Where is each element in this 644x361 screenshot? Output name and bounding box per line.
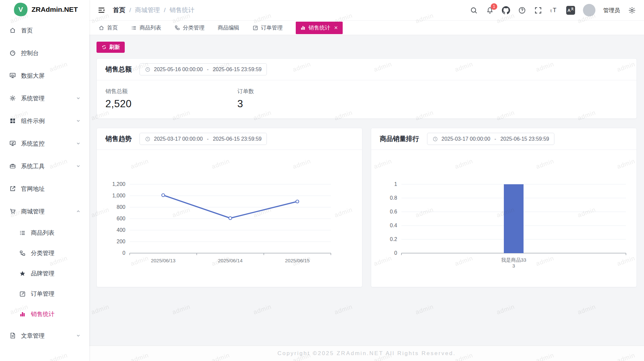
ranking-card-title: 商品销量排行: [380, 134, 419, 143]
logo-icon: V: [12, 1, 29, 18]
order-edit-icon: [252, 25, 258, 31]
chevron-down-icon: [76, 118, 81, 123]
monitor-icon: [9, 140, 16, 147]
components-icon: [9, 117, 16, 124]
language-icon[interactable]: A文: [566, 6, 575, 15]
close-icon[interactable]: [333, 25, 338, 30]
total-sales-value: 2,520: [105, 98, 237, 110]
main-area: 首页 / 商城管理 / 销售统计 1 tT A文 管理员: [89, 0, 644, 361]
svg-text:T: T: [553, 7, 556, 13]
svg-text:600: 600: [117, 216, 125, 221]
sidebar-item-sales-stats[interactable]: 销售统计: [0, 304, 89, 324]
sidebar-item-website[interactable]: 官网地址: [0, 177, 89, 200]
sidebar-item-mall[interactable]: 商城管理: [0, 200, 89, 223]
external-link-icon: [9, 185, 16, 192]
sales-trend-line-chart: 02004006008001,0001,2002025/06/132025/06…: [97, 150, 362, 287]
navbar-actions: 1 tT A文 管理员: [470, 4, 636, 16]
sidebar-item-articles[interactable]: 文章管理: [0, 324, 89, 347]
sidebar-item-home[interactable]: 首页: [0, 19, 89, 42]
date-start[interactable]: 2025-03-17 00:00:00: [154, 136, 203, 142]
footer: Copyright ©2025 ZRAdmin.NET All Rights R…: [89, 346, 644, 361]
tab-product-edit[interactable]: 商品编辑: [218, 24, 239, 31]
summary-card-header: 销售总额 2025-05-16 00:00:00 - 2025-06-15 23…: [97, 59, 636, 80]
sidebar-item-monitor[interactable]: 系统监控: [0, 132, 89, 155]
toolbox-icon: [9, 163, 16, 170]
date-end[interactable]: 2025-06-15 23:59:59: [213, 67, 262, 72]
clock-icon: [432, 136, 438, 142]
date-start[interactable]: 2025-03-17 00:00:00: [441, 136, 490, 142]
copyright-text: Copyright ©2025 ZRAdmin.NET All Rights R…: [277, 350, 456, 357]
order-count-value: 3: [237, 98, 254, 110]
tab-orders[interactable]: 订单管理: [252, 24, 283, 31]
search-icon[interactable]: [470, 6, 478, 14]
summary-date-range-picker[interactable]: 2025-05-16 00:00:00 - 2025-06-15 23:59:5…: [140, 63, 267, 75]
user-name[interactable]: 管理员: [603, 7, 620, 14]
sidebar-item-components[interactable]: 组件示例: [0, 110, 89, 132]
sidebar-item-system[interactable]: 系统管理: [0, 87, 89, 110]
sidebar-item-product-list[interactable]: 商品列表: [0, 223, 89, 243]
navbar: 首页 / 商城管理 / 销售统计 1 tT A文 管理员: [89, 0, 644, 20]
product-ranking-card: 商品销量排行 2025-03-17 00:00:00 - 2025-06-15 …: [371, 128, 637, 287]
chevron-down-icon: [76, 96, 81, 101]
help-icon[interactable]: [518, 6, 526, 14]
notifications-button[interactable]: 1: [486, 6, 494, 14]
trend-date-range-picker[interactable]: 2025-03-17 00:00:00 - 2025-06-15 23:59:5…: [140, 133, 267, 145]
svg-text:1,000: 1,000: [112, 193, 125, 198]
trend-card-header: 销售趋势 2025-03-17 00:00:00 - 2025-06-15 23…: [97, 128, 362, 150]
breadcrumb-home[interactable]: 首页: [113, 6, 125, 14]
svg-text:0: 0: [122, 250, 125, 256]
font-size-icon[interactable]: tT: [550, 6, 558, 14]
sidebar-item-console[interactable]: 控制台: [0, 42, 89, 64]
collapse-sidebar-icon[interactable]: [97, 6, 106, 14]
svg-text:0.4: 0.4: [390, 223, 397, 228]
notification-badge: 1: [491, 3, 497, 10]
charts-row: 销售趋势 2025-03-17 00:00:00 - 2025-06-15 23…: [97, 128, 637, 287]
svg-text:1,200: 1,200: [112, 181, 125, 187]
breadcrumb-sales-stats[interactable]: 销售统计: [170, 6, 195, 14]
svg-text:0.2: 0.2: [390, 236, 397, 242]
logo[interactable]: V ZRAdmin.NET: [0, 0, 89, 19]
category-icon: [174, 25, 180, 31]
settings-gear-icon[interactable]: [628, 6, 636, 14]
fullscreen-icon[interactable]: [534, 6, 542, 14]
avatar[interactable]: [583, 4, 595, 16]
breadcrumb-mall[interactable]: 商城管理: [135, 6, 160, 14]
tab-sales-stats[interactable]: 销售统计: [296, 22, 343, 34]
date-start[interactable]: 2025-05-16 00:00:00: [154, 67, 203, 72]
svg-text:200: 200: [117, 239, 125, 244]
svg-text:0.6: 0.6: [390, 209, 397, 214]
cart-icon: [9, 208, 16, 215]
article-icon: [9, 332, 16, 339]
sidebar: V ZRAdmin.NET 首页 控制台 数据大屏 系统管理 组件示例 系统监控: [0, 0, 89, 361]
refresh-icon: [101, 45, 107, 50]
refresh-button[interactable]: 刷新: [97, 42, 125, 53]
tabbar: 首页 商品列表 分类管理 商品编辑 订单管理 销售统计: [89, 20, 644, 35]
tab-product-list[interactable]: 商品列表: [131, 24, 161, 31]
ranking-date-range-picker[interactable]: 2025-03-17 00:00:00 - 2025-06-15 23:59:5…: [427, 133, 554, 145]
github-icon[interactable]: [502, 6, 510, 14]
sidebar-item-tools[interactable]: 系统工具: [0, 155, 89, 177]
app-title: ZRAdmin.NET: [32, 6, 78, 13]
svg-text:t: t: [550, 8, 552, 13]
svg-text:2025/06/14: 2025/06/14: [218, 258, 243, 263]
svg-text:0: 0: [394, 250, 397, 256]
stat-total-sales: 销售总额 2,520: [105, 88, 237, 110]
bar-chart-icon: [300, 25, 306, 31]
svg-text:400: 400: [117, 227, 125, 233]
date-end[interactable]: 2025-06-15 23:59:59: [500, 136, 549, 142]
date-end[interactable]: 2025-06-15 23:59:59: [213, 136, 262, 142]
tab-category[interactable]: 分类管理: [174, 24, 204, 31]
sidebar-item-orders[interactable]: 订单管理: [0, 284, 89, 304]
trend-card-title: 销售趋势: [105, 134, 132, 143]
breadcrumb: 首页 / 商城管理 / 销售统计: [113, 6, 195, 14]
svg-text:2025/06/15: 2025/06/15: [285, 258, 310, 263]
sales-summary-card: 销售总额 2025-05-16 00:00:00 - 2025-06-15 23…: [97, 58, 637, 119]
star-icon: [19, 270, 26, 277]
sidebar-item-brand[interactable]: 品牌管理: [0, 263, 89, 284]
sidebar-item-category[interactable]: 分类管理: [0, 243, 89, 263]
chevron-up-icon: [76, 209, 81, 214]
tab-home[interactable]: 首页: [98, 24, 118, 31]
home-icon: [9, 27, 16, 34]
clock-icon: [145, 136, 151, 142]
sidebar-item-datascreen[interactable]: 数据大屏: [0, 64, 89, 87]
